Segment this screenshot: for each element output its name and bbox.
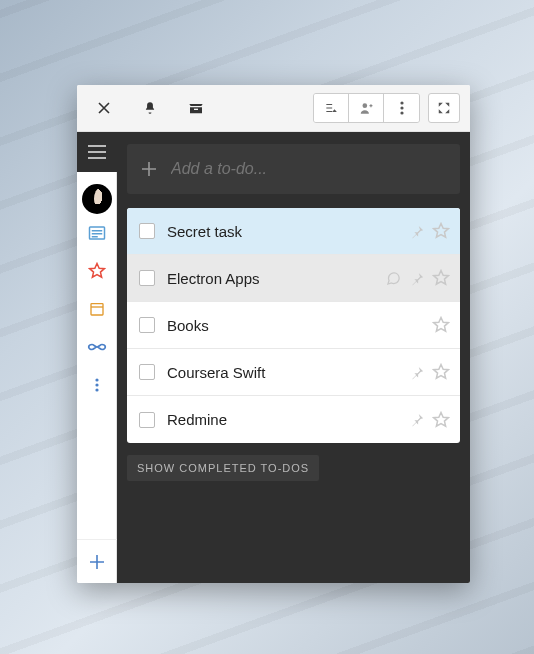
svg-point-1 — [363, 103, 368, 108]
close-icon[interactable] — [81, 85, 127, 132]
show-completed-button[interactable]: SHOW COMPLETED TO-DOS — [127, 455, 319, 481]
infinity-icon[interactable] — [77, 328, 117, 366]
star-outline-icon[interactable] — [432, 316, 450, 334]
titlebar — [77, 85, 470, 132]
svg-point-9 — [95, 388, 98, 391]
star-outline-icon[interactable] — [432, 411, 450, 429]
star-outline-icon[interactable] — [432, 363, 450, 381]
app-window: Secret taskElectron AppsBooksCoursera Sw… — [77, 85, 470, 583]
archive-icon[interactable] — [173, 85, 219, 132]
svg-point-7 — [95, 378, 98, 381]
todo-label: Books — [167, 317, 420, 334]
share-icon[interactable] — [349, 94, 384, 122]
add-list-icon[interactable] — [77, 539, 117, 583]
svg-point-2 — [400, 101, 403, 104]
todo-item[interactable]: Books — [127, 302, 460, 349]
avatar[interactable] — [82, 184, 112, 214]
todo-label: Electron Apps — [167, 270, 372, 287]
star-icon[interactable] — [77, 252, 117, 290]
svg-rect-0 — [194, 109, 198, 110]
pin-icon[interactable] — [408, 222, 426, 240]
row-icons — [432, 316, 450, 334]
checkbox[interactable] — [139, 223, 155, 239]
svg-rect-6 — [91, 304, 103, 315]
row-icons — [384, 269, 450, 287]
todo-item[interactable]: Redmine — [127, 396, 460, 443]
hamburger-icon[interactable] — [77, 132, 117, 172]
todo-label: Secret task — [167, 223, 396, 240]
checkbox[interactable] — [139, 270, 155, 286]
svg-point-3 — [400, 106, 403, 109]
row-icons — [408, 363, 450, 381]
row-icons — [408, 411, 450, 429]
sidebar-more-icon[interactable] — [77, 366, 117, 404]
star-outline-icon[interactable] — [432, 269, 450, 287]
bell-icon[interactable] — [127, 85, 173, 132]
checkbox[interactable] — [139, 317, 155, 333]
plus-icon — [141, 161, 157, 177]
view-button-group — [313, 93, 420, 123]
pin-icon[interactable] — [408, 363, 426, 381]
sort-icon[interactable] — [314, 94, 349, 122]
todo-label: Redmine — [167, 411, 396, 428]
checkbox[interactable] — [139, 364, 155, 380]
row-icons — [408, 222, 450, 240]
add-todo-field[interactable] — [127, 144, 460, 194]
calendar-icon[interactable] — [77, 290, 117, 328]
pin-icon[interactable] — [408, 411, 426, 429]
todo-label: Coursera Swift — [167, 364, 396, 381]
todo-item[interactable]: Coursera Swift — [127, 349, 460, 396]
todo-item[interactable]: Electron Apps — [127, 255, 460, 302]
fullscreen-icon[interactable] — [428, 93, 460, 123]
inbox-icon[interactable] — [77, 214, 117, 252]
todo-list: Secret taskElectron AppsBooksCoursera Sw… — [127, 208, 460, 443]
more-icon[interactable] — [384, 94, 419, 122]
sidebar — [77, 132, 117, 583]
svg-point-8 — [95, 383, 98, 386]
svg-point-4 — [400, 111, 403, 114]
comment-icon[interactable] — [384, 269, 402, 287]
star-outline-icon[interactable] — [432, 222, 450, 240]
add-todo-input[interactable] — [171, 160, 446, 178]
main-panel: Secret taskElectron AppsBooksCoursera Sw… — [117, 132, 470, 583]
todo-item[interactable]: Secret task — [127, 208, 460, 255]
checkbox[interactable] — [139, 412, 155, 428]
app-body: Secret taskElectron AppsBooksCoursera Sw… — [77, 132, 470, 583]
pin-icon[interactable] — [408, 269, 426, 287]
